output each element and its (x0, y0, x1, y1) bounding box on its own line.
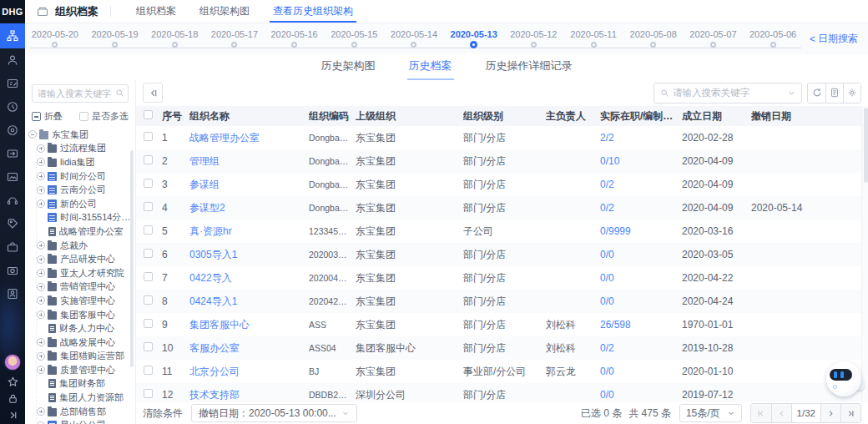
tree-expander-icon[interactable] (37, 283, 45, 291)
attendance-icon[interactable] (0, 119, 25, 142)
row-checkbox[interactable] (144, 319, 153, 328)
org-name-link[interactable]: 参谋型2 (189, 201, 309, 215)
timeline-dot[interactable] (112, 42, 118, 48)
briefcase-icon[interactable] (0, 235, 25, 259)
timeline-date-item[interactable]: 2020-05-17 (204, 23, 265, 54)
timeline-date-item[interactable]: 2020-05-14 (384, 23, 444, 54)
org-structure-icon[interactable] (0, 23, 25, 48)
column-header-sorted[interactable]: 组织编码 (309, 109, 356, 124)
tree-item[interactable]: 时间分公司 (28, 169, 135, 184)
collapse-all-checkbox[interactable] (32, 112, 41, 121)
tree-expander-icon[interactable] (37, 338, 45, 346)
org-name-link[interactable]: 0424导入1 (189, 295, 309, 309)
filter-chip[interactable]: 撤销日期：2020-05-13 00:00... (191, 404, 357, 422)
table-row[interactable]: 4 参谋型2 Dongbao0... 东宝集团 部门/分店 0/2 2020-0… (136, 196, 868, 220)
headcount-link[interactable]: 0/10 (600, 155, 682, 167)
headset-icon[interactable] (0, 189, 25, 212)
column-header[interactable]: 上级组织 (356, 109, 463, 124)
tree-expander-icon[interactable] (37, 269, 45, 277)
tree-expander-icon[interactable] (37, 158, 45, 166)
org-name-link[interactable]: 集团客服中心 (189, 318, 309, 332)
timeline-dot[interactable] (710, 42, 716, 48)
tree-expander-icon[interactable] (37, 241, 45, 250)
timeline-date-item[interactable]: 2020-05-19 (85, 23, 145, 54)
timeline-dot[interactable] (231, 42, 237, 48)
row-checkbox[interactable] (144, 272, 153, 281)
tree-expander-icon[interactable] (37, 407, 45, 416)
tree-item[interactable]: 东宝集团 (28, 128, 135, 142)
column-header[interactable]: 组织名称 (189, 109, 309, 124)
timeline-dot[interactable] (411, 42, 416, 48)
org-name-link[interactable]: 真·资源hr (189, 225, 309, 239)
contact-card-icon[interactable] (0, 282, 25, 305)
view-tab[interactable]: 历史操作详细记录 (484, 54, 574, 80)
table-search-select[interactable] (654, 83, 802, 103)
transfer-icon[interactable] (0, 142, 25, 165)
table-row[interactable]: 3 参谋组 Dongbao0... 东宝集团 部门/分店 0/2 2020-04… (136, 173, 868, 196)
tree-item[interactable]: 总部销售部 (28, 405, 135, 419)
timeline-dot[interactable] (52, 42, 58, 48)
collapse-tree-button[interactable] (143, 83, 163, 103)
clear-filters-link[interactable]: 清除条件 (143, 406, 183, 421)
column-settings-button[interactable] (843, 83, 860, 103)
column-header[interactable]: 序号 (159, 109, 189, 124)
table-row[interactable]: 9 集团客服中心 ASS 东宝集团 部门/分店 刘松科 26/598 1970-… (136, 313, 868, 336)
tree-expander-icon[interactable] (37, 366, 45, 374)
timeline-date-item[interactable]: 2020-05-12 (504, 23, 564, 54)
tree-item[interactable]: 昆山分公司 (28, 418, 135, 424)
timeline-date-item[interactable]: 2020-05-20 (25, 23, 85, 54)
tree-item[interactable]: 亚太人才研究院 (28, 266, 135, 280)
headcount-link[interactable]: 0/0 (600, 272, 682, 284)
tree-item[interactable]: 财务人力中心 (28, 321, 135, 336)
headcount-link[interactable]: 0/9999 (600, 225, 682, 237)
module-tab[interactable]: 组织档案 (124, 0, 188, 23)
headcount-link[interactable]: 26/598 (600, 319, 682, 331)
prev-page-button[interactable] (771, 404, 791, 422)
timeline-dot[interactable] (291, 42, 297, 48)
select-all-checkbox[interactable] (144, 110, 153, 119)
view-tab[interactable]: 历史架构图 (320, 54, 377, 80)
headcount-link[interactable]: 2/2 (600, 132, 682, 144)
row-checkbox[interactable] (144, 295, 153, 305)
table-row[interactable]: 6 0305导入1 2020030502 东宝集团 部门/分店 0/0 2020… (136, 243, 868, 266)
org-name-link[interactable]: 技术支持部 (189, 388, 309, 402)
tree-expander-icon[interactable] (37, 172, 45, 180)
export-button[interactable] (825, 83, 843, 103)
headcount-link[interactable]: 0/0 (600, 366, 682, 377)
tree-item[interactable]: 战略发展中心 (28, 336, 135, 350)
timeline-date-item[interactable]: 2020-05-07 (684, 23, 744, 54)
tree-expander-icon[interactable] (37, 352, 45, 361)
lock-icon[interactable] (8, 393, 18, 404)
tag-icon[interactable] (0, 212, 25, 235)
star-icon[interactable] (8, 376, 18, 387)
tree-item[interactable]: 集团人力资源部 (28, 391, 135, 405)
tree-expander-icon[interactable] (37, 255, 45, 264)
date-search-link[interactable]: < 日期搜索 (803, 32, 868, 46)
tree-item[interactable]: 云南分公司 (28, 183, 135, 197)
first-page-button[interactable] (751, 404, 771, 422)
row-checkbox[interactable] (144, 132, 153, 141)
tree-scrollbar[interactable] (130, 150, 134, 367)
tree-item[interactable]: 过流程集团 (28, 142, 135, 156)
org-name-link[interactable]: 北京分公司 (189, 365, 309, 379)
table-row[interactable]: 2 管理组 Dongbao0... 东宝集团 部门/分店 0/10 2020-0… (136, 149, 868, 173)
timeline-dot[interactable] (470, 41, 477, 48)
headcount-link[interactable]: 0/0 (600, 389, 682, 401)
last-page-button[interactable] (840, 404, 860, 422)
column-header[interactable]: 撤销日期 (751, 109, 868, 124)
timeline-date-item[interactable]: 2020-05-16 (265, 23, 325, 54)
device-icon[interactable] (0, 259, 25, 282)
tree-search-input[interactable] (32, 84, 129, 103)
headcount-link[interactable]: 0/2 (600, 202, 682, 214)
row-checkbox[interactable] (144, 202, 153, 211)
org-name-link[interactable]: 0305导入1 (189, 248, 309, 262)
column-header[interactable]: 实际在职/编制人数 (600, 109, 682, 124)
tree-expander-icon[interactable] (37, 199, 45, 208)
column-header[interactable]: 主负责人 (546, 109, 600, 124)
row-checkbox[interactable] (144, 179, 153, 188)
assistant-robot-button[interactable] (826, 361, 865, 400)
timeline-date-item[interactable]: 2020-05-06 (743, 23, 803, 54)
org-name-link[interactable]: 参谋组 (189, 178, 309, 192)
tree-expander-icon[interactable] (28, 130, 37, 139)
timeline-dot[interactable] (531, 42, 537, 48)
